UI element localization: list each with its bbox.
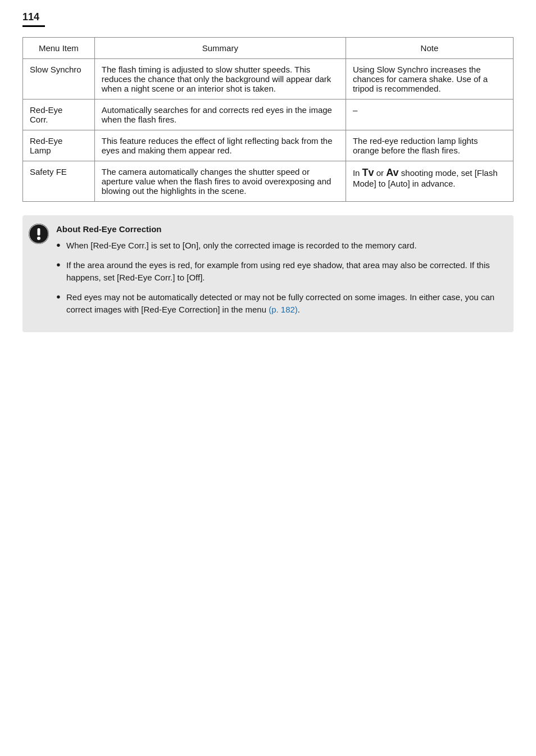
menu-item-safety-fe: Safety FE <box>23 161 95 202</box>
col-header-summary: Summary <box>94 38 346 59</box>
page-number: 114 <box>22 11 45 27</box>
summary-safety-fe: The camera automatically changes the shu… <box>94 161 346 202</box>
summary-red-eye-corr: Automatically searches for and corrects … <box>94 99 346 130</box>
list-item: Red eyes may not be automatically detect… <box>56 291 502 316</box>
menu-item-red-eye-lamp: Red-EyeLamp <box>23 130 95 161</box>
list-item: When [Red-Eye Corr.] is set to [On], onl… <box>56 239 502 252</box>
svg-rect-2 <box>38 228 40 236</box>
note-box-list: When [Red-Eye Corr.] is set to [On], onl… <box>56 239 502 316</box>
menu-item-slow-synchro: Slow Synchro <box>23 59 95 99</box>
table-row: Red-EyeCorr. Automatically searches for … <box>23 99 514 130</box>
summary-slow-synchro: The flash timing is adjusted to slow shu… <box>94 59 346 99</box>
main-table: Menu Item Summary Note Slow Synchro The … <box>22 37 514 202</box>
page-link: (p. 182) <box>269 305 298 314</box>
note-box-title: About Red-Eye Correction <box>56 224 502 234</box>
note-safety-fe: In Tv or Av shooting mode, set [Flash Mo… <box>346 161 513 202</box>
tv-text: Tv <box>362 167 374 178</box>
list-item: If the area around the eyes is red, for … <box>56 259 502 284</box>
menu-item-red-eye-corr: Red-EyeCorr. <box>23 99 95 130</box>
note-red-eye-corr: – <box>346 99 513 130</box>
warning-icon <box>28 223 49 245</box>
note-red-eye-lamp: The red-eye reduction lamp lights orange… <box>346 130 513 161</box>
table-row: Safety FE The camera automatically chang… <box>23 161 514 202</box>
col-header-note: Note <box>346 38 513 59</box>
summary-red-eye-lamp: This feature reduces the effect of light… <box>94 130 346 161</box>
svg-point-3 <box>37 237 40 240</box>
note-slow-synchro: Using Slow Synchro increases the chances… <box>346 59 513 99</box>
note-suffix-safety-fe: shooting mode, set [Flash Mode] to [Auto… <box>353 168 498 188</box>
table-row: Slow Synchro The flash timing is adjuste… <box>23 59 514 99</box>
note-box: About Red-Eye Correction When [Red-Eye C… <box>22 215 514 332</box>
col-header-menu: Menu Item <box>23 38 95 59</box>
table-row: Red-EyeLamp This feature reduces the eff… <box>23 130 514 161</box>
av-text: Av <box>386 167 398 178</box>
